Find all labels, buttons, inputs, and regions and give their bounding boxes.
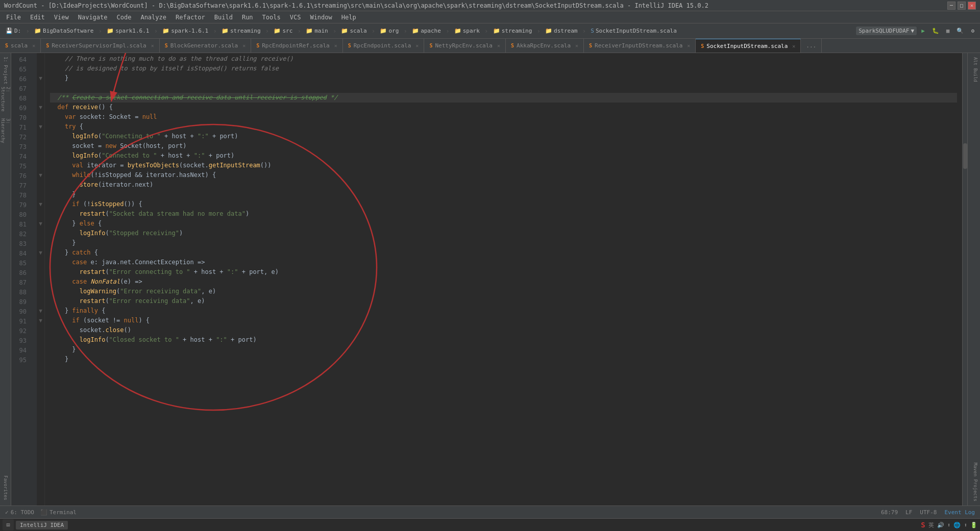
menu-run[interactable]: Run (238, 13, 257, 22)
menu-tools[interactable]: Tools (258, 13, 285, 22)
toolbar-disk[interactable]: 💾 D: (3, 27, 23, 35)
folder-icon-8: 📁 (380, 28, 387, 34)
sidebar-project-btn[interactable]: 1: Project (1, 55, 11, 86)
tab-receiver-supervisor[interactable]: S ReceiverSupervisorImpl.scala ✕ (41, 39, 160, 53)
tab-block-generator[interactable]: S BlockGenerator.scala ✕ (160, 39, 252, 53)
menu-code[interactable]: Code (113, 13, 136, 22)
title-bar: WordCount - [D:\IdeaProjects\WordCount] … (0, 0, 980, 11)
sidebar-hierarchy-btn[interactable]: 3: Hierarchy (1, 118, 11, 149)
toolbar-sep2: › (98, 27, 102, 35)
stop-button[interactable]: ■ (944, 27, 952, 35)
minimize-button[interactable]: ─ (947, 2, 955, 10)
folder-icon-3: 📁 (162, 28, 169, 34)
run-config-selector[interactable]: SparkSQLUDFUDAF ▼ (856, 27, 917, 35)
toolbar-main[interactable]: 📁 main (303, 27, 331, 35)
tray-icon-3: 🌐 (953, 522, 961, 528)
tray-icon-2: ⬆ (947, 522, 951, 528)
todo-button[interactable]: ✓ 6: TODO (5, 509, 34, 516)
window-title: WordCount - [D:\IdeaProjects\WordCount] … (4, 2, 708, 9)
folder-icon: 📁 (34, 28, 41, 34)
tab-close-rpc-ref[interactable]: ✕ (334, 43, 337, 48)
terminal-button[interactable]: ⬛ Terminal (40, 509, 77, 516)
taskbar-intellij[interactable]: IntelliJ IDEA (16, 521, 68, 529)
code-line-76: while(!isStopped && iterator.hasNext) { (50, 170, 957, 180)
code-line-91: if (socket != null) { (50, 316, 957, 325)
scrollbar-thumb[interactable] (963, 143, 967, 169)
code-line-72: logInfo("Connecting to " + host + ":" + … (50, 132, 957, 141)
taskbar-start[interactable]: ⊞ (3, 519, 14, 530)
menu-view[interactable]: View (50, 13, 73, 22)
tab-close-block[interactable]: ✕ (242, 43, 246, 48)
tab-netty[interactable]: S NettyRpcEnv.scala ✕ (424, 39, 506, 53)
vertical-scrollbar[interactable] (962, 53, 967, 505)
language-indicator[interactable]: 英 (928, 521, 934, 529)
close-button[interactable]: ✕ (968, 2, 976, 10)
tab-more[interactable]: ... (801, 39, 822, 53)
folder-icon-7: 📁 (341, 28, 348, 34)
toolbar-src[interactable]: 📁 src (271, 27, 295, 35)
toolbar-file[interactable]: S SocketInputDStream.scala (588, 27, 679, 35)
maximize-button[interactable]: □ (958, 2, 966, 10)
windows-icon: ⊞ (6, 521, 10, 528)
toolbar-streaming[interactable]: 📁 streaming (219, 27, 263, 35)
code-area: 64 65 66 67 68 69 70 71 72 73 74 75 76 7… (11, 53, 980, 505)
code-line-87: case NonFatal(e) => (50, 277, 957, 287)
tab-close-socket[interactable]: ✕ (792, 43, 795, 49)
tab-close-netty[interactable]: ✕ (497, 43, 500, 48)
tab-close-receiver-input[interactable]: ✕ (687, 43, 690, 48)
code-line-70: var socket: Socket = null (50, 112, 957, 122)
toolbar-spark161[interactable]: 📁 spark1.6.1 (104, 27, 152, 35)
sidebar-favorites-btn[interactable]: Favorites (1, 470, 11, 505)
tab-socket-input[interactable]: S SocketInputDStream.scala ✕ (696, 39, 801, 53)
toolbar-spark[interactable]: 📁 spark (452, 27, 482, 35)
code-line-89: restart("Error receiving data", e) (50, 296, 957, 306)
menu-bar: File Edit View Navigate Code Analyze Ref… (0, 11, 980, 23)
menu-navigate[interactable]: Navigate (74, 13, 112, 22)
settings-button[interactable]: ⚙ (968, 27, 977, 35)
toolbar-scala-src[interactable]: 📁 scala (338, 27, 369, 35)
toolbar-dstream[interactable]: 📁 dstream (543, 27, 580, 35)
folder-icon-12: 📁 (545, 28, 552, 34)
right-panel-alt-build[interactable]: Alt Build (968, 53, 980, 86)
menu-window[interactable]: Window (306, 13, 336, 22)
tab-close-rpc[interactable]: ✕ (415, 43, 419, 48)
tab-akka[interactable]: S AkkaRpcEnv.scala ✕ (506, 39, 584, 53)
menu-build[interactable]: Build (210, 13, 237, 22)
tab-close-akka[interactable]: ✕ (575, 43, 578, 48)
run-button[interactable]: ▶ (919, 27, 927, 35)
tab-receiver-input[interactable]: S ReceiverInputDStream.scala ✕ (584, 39, 696, 53)
folder-icon-2: 📁 (107, 28, 114, 34)
toolbar-org[interactable]: 📁 org (377, 27, 401, 35)
code-line-86: restart("Error connecting to " + host + … (50, 267, 957, 277)
menu-file[interactable]: File (2, 13, 25, 22)
toolbar-apache[interactable]: 📁 apache (409, 27, 444, 35)
menu-analyze[interactable]: Analyze (136, 13, 170, 22)
menu-help[interactable]: Help (337, 13, 360, 22)
debug-button[interactable]: 🐛 (929, 27, 942, 35)
code-line-66: } (50, 73, 957, 83)
code-content[interactable]: // There is nothing much to do as the th… (45, 53, 962, 505)
menu-edit[interactable]: Edit (26, 13, 49, 22)
tab-scala[interactable]: S scala ✕ (0, 39, 41, 53)
code-line-80: restart("Socket data stream had no more … (50, 209, 957, 219)
right-panel-maven[interactable]: Maven Projects (968, 459, 980, 505)
event-log[interactable]: Event Log (944, 509, 975, 516)
tab-close-scala[interactable]: ✕ (32, 43, 35, 48)
tab-close-receiver[interactable]: ✕ (151, 43, 154, 48)
tab-rpc-endpoint-ref[interactable]: S RpcEndpointRef.scala ✕ (251, 39, 343, 53)
menu-refactor[interactable]: Refactor (172, 13, 209, 22)
sidebar-structure-btn[interactable]: 2: Structure (1, 87, 11, 117)
menu-vcs[interactable]: VCS (286, 13, 305, 22)
right-panel: Alt Build Maven Projects (967, 53, 980, 505)
tab-rpc-endpoint[interactable]: S RpcEndpoint.scala ✕ (343, 39, 425, 53)
toolbar-streaming2[interactable]: 📁 streaming (491, 27, 535, 35)
toolbar-bigdata[interactable]: 📁 BigDataSoftware (32, 27, 96, 35)
chevron-down-icon: ▼ (911, 28, 915, 34)
code-line-82: logInfo("Stopped receiving") (50, 229, 957, 238)
search-everywhere-button[interactable]: 🔍 (954, 27, 966, 35)
folder-icon-6: 📁 (306, 28, 313, 34)
scala-s-icon: S (921, 521, 925, 529)
code-line-93: logInfo("Closed socket to " + host + ":"… (50, 335, 957, 345)
todo-icon: ✓ (5, 509, 9, 516)
toolbar-spark-dash[interactable]: 📁 spark-1.6.1 (160, 27, 211, 35)
